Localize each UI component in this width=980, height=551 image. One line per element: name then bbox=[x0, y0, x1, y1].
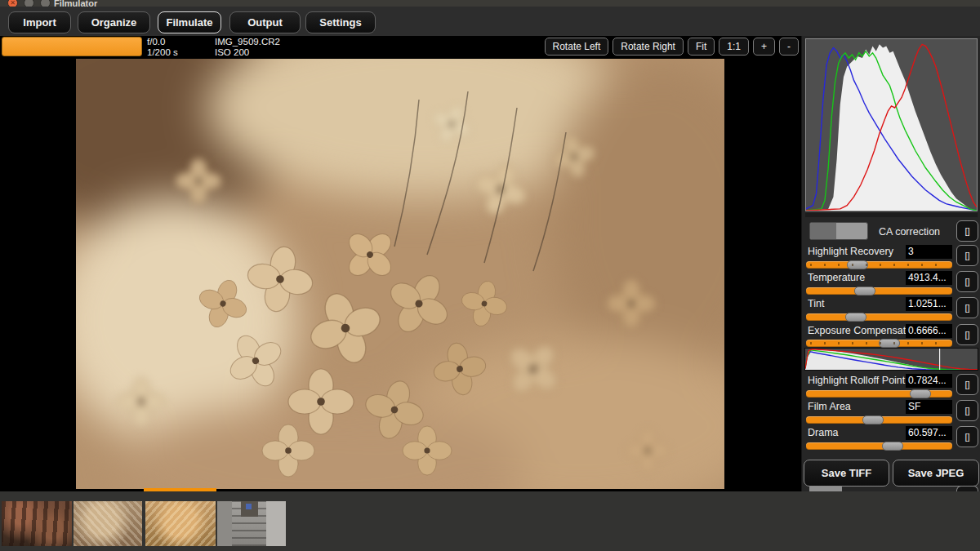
rotate-right-button[interactable]: Rotate Right bbox=[612, 38, 684, 56]
tab-filmulate[interactable]: Filmulate bbox=[158, 11, 221, 33]
slider-handle[interactable] bbox=[845, 313, 866, 322]
slider-value-box[interactable]: 4913.4... bbox=[906, 271, 952, 285]
slider-value-box[interactable]: 0.6666... bbox=[906, 324, 952, 338]
fit-button[interactable]: Fit bbox=[688, 38, 715, 56]
title-bar: ✕ Filmulator bbox=[0, 0, 980, 7]
reset-button[interactable]: [] bbox=[956, 400, 978, 421]
slider-label: Tint bbox=[808, 298, 824, 309]
reset-button[interactable]: [] bbox=[956, 374, 978, 395]
tab-bar: Import Organize Filmulate Output Setting… bbox=[0, 7, 980, 36]
slider-track[interactable] bbox=[806, 313, 952, 321]
slider-track[interactable] bbox=[806, 442, 952, 450]
reset-button[interactable]: [] bbox=[956, 245, 978, 266]
filmstrip bbox=[0, 491, 980, 551]
slider-track[interactable] bbox=[806, 287, 952, 295]
window-title: Filmulator bbox=[54, 0, 97, 7]
slider-handle[interactable] bbox=[847, 260, 868, 269]
reset-button[interactable]: [] bbox=[956, 297, 978, 318]
filename-value: IMG_9509.CR2 bbox=[215, 37, 280, 47]
thumbnail-4[interactable] bbox=[217, 501, 286, 546]
slider-value-box[interactable]: 0.7824... bbox=[906, 374, 952, 388]
save-jpeg-button[interactable]: Save JPEG bbox=[893, 460, 979, 487]
slider-value-box[interactable]: 3 bbox=[906, 245, 952, 259]
thumbnail-3-selected[interactable] bbox=[145, 501, 216, 546]
slider-handle[interactable] bbox=[910, 389, 931, 398]
slider-track[interactable] bbox=[806, 261, 952, 269]
save-tiff-button[interactable]: Save TIFF bbox=[804, 460, 889, 487]
slider-track[interactable] bbox=[806, 390, 952, 398]
slider-handle[interactable] bbox=[854, 287, 875, 295]
slider-value-box[interactable]: SF bbox=[906, 400, 952, 414]
thumbnail-1[interactable] bbox=[2, 501, 72, 546]
histogram-main bbox=[805, 38, 978, 211]
slider-track[interactable] bbox=[806, 416, 952, 424]
one-to-one-button[interactable]: 1:1 bbox=[719, 38, 749, 56]
ca-correction-label: CA correction bbox=[879, 226, 940, 238]
exif-file: IMG_9509.CR2 ISO 200 bbox=[215, 37, 280, 58]
thumbnail-2[interactable] bbox=[74, 501, 142, 546]
photo-art bbox=[76, 59, 724, 489]
reset-ca-button[interactable]: [] bbox=[956, 220, 978, 242]
slider-label: Highlight Recovery bbox=[808, 246, 893, 257]
exif-exposure: f/0.0 1/200 s bbox=[147, 37, 178, 58]
slider-handle[interactable] bbox=[862, 415, 884, 424]
minimize-icon[interactable] bbox=[24, 0, 34, 7]
slider-label: Exposure Compensati... bbox=[808, 325, 916, 336]
ca-correction-toggle[interactable] bbox=[809, 222, 868, 240]
view-controls: Rotate Left Rotate Right Fit 1:1 + - bbox=[545, 38, 799, 56]
slider-label: Drama bbox=[808, 427, 839, 438]
maximize-icon[interactable] bbox=[40, 0, 51, 7]
tab-output[interactable]: Output bbox=[229, 11, 301, 33]
reset-button[interactable]: [] bbox=[956, 426, 978, 447]
histogram-postfilm bbox=[804, 348, 978, 371]
slider-label: Film Area bbox=[808, 401, 851, 412]
edit-panel: CA correction [] Highlight Recovery 3 []… bbox=[801, 36, 980, 491]
slider-value-box[interactable]: 1.0251... bbox=[906, 297, 952, 311]
tab-import[interactable]: Import bbox=[8, 11, 71, 33]
slider-value-box[interactable]: 60.597... bbox=[906, 426, 952, 440]
tab-settings[interactable]: Settings bbox=[305, 11, 376, 33]
histogram-scroll-strip bbox=[805, 213, 978, 217]
clipped-reset-button bbox=[956, 486, 978, 491]
slider-track[interactable] bbox=[806, 340, 952, 347]
zoom-out-button[interactable]: - bbox=[779, 38, 799, 56]
toggle-knob bbox=[810, 223, 836, 239]
rotate-left-button[interactable]: Rotate Left bbox=[545, 38, 609, 56]
slider-handle[interactable] bbox=[882, 442, 903, 451]
filmulator-window: ✕ Filmulator Import Organize Filmulate O… bbox=[0, 0, 980, 551]
slider-label: Temperature bbox=[808, 272, 865, 283]
zoom-in-button[interactable]: + bbox=[753, 38, 775, 56]
slider-label: Highlight Rolloff Point bbox=[808, 375, 905, 386]
progress-bar bbox=[2, 37, 142, 56]
image-canvas[interactable] bbox=[0, 57, 801, 491]
reset-button[interactable]: [] bbox=[956, 271, 978, 292]
tab-organize[interactable]: Organize bbox=[78, 11, 150, 33]
aperture-value: f/0.0 bbox=[147, 37, 178, 47]
reset-button[interactable]: [] bbox=[956, 324, 978, 345]
photo-preview[interactable] bbox=[76, 59, 724, 489]
close-icon[interactable]: ✕ bbox=[7, 0, 18, 7]
slider-handle[interactable] bbox=[879, 339, 900, 348]
